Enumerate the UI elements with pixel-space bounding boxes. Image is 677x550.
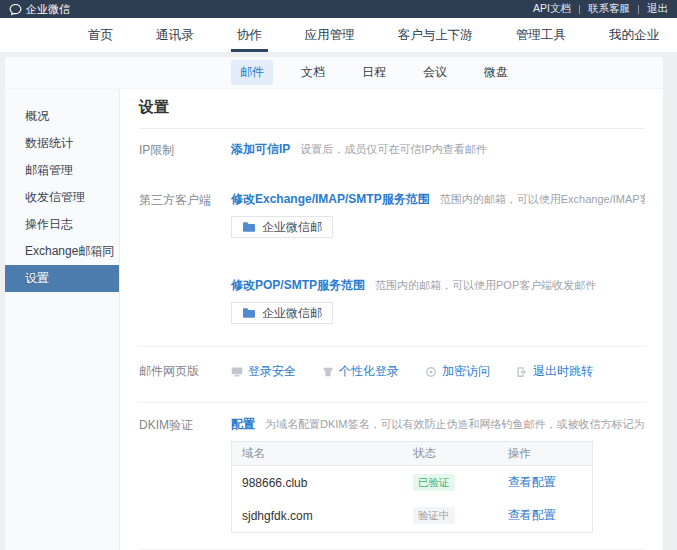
nav-item-home[interactable]: 首页 <box>88 18 113 52</box>
monitor-icon <box>231 366 243 378</box>
column-header-status: 状态 <box>403 442 498 466</box>
ip-limit-desc: 设置后，成员仅可在可信IP内查看邮件 <box>300 142 486 157</box>
column-header-action: 操作 <box>498 442 593 466</box>
nav-item-admin-tools[interactable]: 管理工具 <box>516 18 566 52</box>
enterprise-wechat-admin: 企业微信 API文档 联系客服 退出 首页 通讯录 协作 应用管理 客户与上下游… <box>0 0 677 550</box>
domain-cell: 988666.club <box>232 466 404 500</box>
sidebar-item-send-receive[interactable]: 收发信管理 <box>5 184 119 211</box>
topbar-link-api-docs[interactable]: API文档 <box>533 2 571 16</box>
sidebar-item-overview[interactable]: 概况 <box>5 103 119 130</box>
table-row: sjdhgfdk.com 验证中 查看配置 <box>232 499 593 533</box>
logout-redirect-link[interactable]: 退出时跳转 <box>516 363 593 380</box>
domain-cell: sjdhgfdk.com <box>232 499 404 533</box>
table-header-row: 域名 状态 操作 <box>232 442 593 466</box>
divider <box>139 346 645 347</box>
section-ip-limit: IP限制 添加可信IP 设置后，成员仅可在可信IP内查看邮件 <box>139 142 645 158</box>
personalized-login-link[interactable]: 个性化登录 <box>322 363 399 380</box>
main-nav: 首页 通讯录 协作 应用管理 客户与上下游 管理工具 我的企业 <box>0 18 677 52</box>
content-row: 概况 数据统计 邮箱管理 收发信管理 操作日志 Exchange邮箱同步 设置 … <box>5 89 663 550</box>
encrypted-access-label: 加密访问 <box>442 363 490 380</box>
section-third-party-clients: 第三方客户端 修改Exchange/IMAP/SMTP服务范围 范围内的邮箱，可… <box>139 192 645 324</box>
sidebar-item-operation-log[interactable]: 操作日志 <box>5 211 119 238</box>
tab-meeting[interactable]: 会议 <box>414 60 456 85</box>
exit-icon <box>516 366 528 378</box>
content-panel: 邮件 文档 日程 会议 微盘 概况 数据统计 邮箱管理 收发信管理 操作日志 E… <box>5 57 663 550</box>
mail-sidebar: 概况 数据统计 邮箱管理 收发信管理 操作日志 Exchange邮箱同步 设置 <box>5 89 120 550</box>
separator <box>638 5 639 14</box>
nav-item-app-management[interactable]: 应用管理 <box>305 18 355 52</box>
pop-scope-desc: 范围内的邮箱，可以使用POP客户端收发邮件 <box>375 278 596 293</box>
divider <box>139 128 645 129</box>
topbar-link-contact-support[interactable]: 联系客服 <box>588 2 630 16</box>
view-config-link[interactable]: 查看配置 <box>508 508 556 522</box>
sidebar-item-statistics[interactable]: 数据统计 <box>5 130 119 157</box>
dkim-domain-table: 域名 状态 操作 988666.club 已验证 查看配置 <box>231 441 593 533</box>
view-config-link[interactable]: 查看配置 <box>508 475 556 489</box>
login-security-link[interactable]: 登录安全 <box>231 363 296 380</box>
modify-pop-smtp-link[interactable]: 修改POP/SMTP服务范围 <box>231 278 365 293</box>
tshirt-icon <box>322 366 334 378</box>
page-title: 设置 <box>139 98 645 116</box>
tab-docs[interactable]: 文档 <box>292 60 334 85</box>
pop-scope-tag[interactable]: 企业微信邮 <box>231 302 333 324</box>
topbar-links: API文档 联系客服 退出 <box>533 2 668 16</box>
folder-icon <box>242 307 256 319</box>
encrypted-access-link[interactable]: 加密访问 <box>425 363 490 380</box>
separator <box>579 5 580 14</box>
exchange-scope-desc: 范围内的邮箱，可以使用Exchange/IMAP客户端收发邮件 <box>440 192 645 207</box>
collab-tabs: 邮件 文档 日程 会议 微盘 <box>5 57 663 89</box>
login-security-label: 登录安全 <box>248 363 296 380</box>
logout-redirect-label: 退出时跳转 <box>533 363 593 380</box>
table-row: 988666.club 已验证 查看配置 <box>232 466 593 500</box>
status-badge-verified: 已验证 <box>413 474 455 491</box>
scope-name: 企业微信邮 <box>262 305 322 322</box>
section-label: 邮件网页版 <box>139 363 231 379</box>
exchange-scope-tag[interactable]: 企业微信邮 <box>231 216 333 238</box>
section-label: 第三方客户端 <box>139 192 231 208</box>
status-badge-pending: 验证中 <box>413 507 455 524</box>
settings-main: 设置 IP限制 添加可信IP 设置后，成员仅可在可信IP内查看邮件 第三方客户端 <box>120 89 663 550</box>
section-label: DKIM验证 <box>139 417 231 433</box>
nav-item-my-company[interactable]: 我的企业 <box>609 18 659 52</box>
dkim-desc: 为域名配置DKIM签名，可以有效防止伪造和网络钓鱼邮件，或被收信方标记为垃圾邮件 <box>265 417 645 432</box>
personalized-login-label: 个性化登录 <box>339 363 399 380</box>
nav-item-collaboration[interactable]: 协作 <box>237 18 262 52</box>
tab-drive[interactable]: 微盘 <box>475 60 517 85</box>
sidebar-item-exchange-sync[interactable]: Exchange邮箱同步 <box>5 238 119 265</box>
column-header-domain: 域名 <box>232 442 404 466</box>
scope-name: 企业微信邮 <box>262 219 322 236</box>
sidebar-item-settings[interactable]: 设置 <box>5 265 119 292</box>
brand-name: 企业微信 <box>26 2 70 17</box>
topbar-link-logout[interactable]: 退出 <box>647 2 668 16</box>
nav-item-contacts[interactable]: 通讯录 <box>156 18 194 52</box>
section-webmail: 邮件网页版 登录安全 <box>139 363 645 380</box>
tab-calendar[interactable]: 日程 <box>353 60 395 85</box>
dkim-configure-link[interactable]: 配置 <box>231 417 255 432</box>
tab-mail[interactable]: 邮件 <box>231 60 273 85</box>
brand: 企业微信 <box>9 2 70 17</box>
divider <box>139 402 645 403</box>
sidebar-item-mailbox-management[interactable]: 邮箱管理 <box>5 157 119 184</box>
topbar: 企业微信 API文档 联系客服 退出 <box>0 0 677 18</box>
folder-icon <box>242 221 256 233</box>
modify-exchange-imap-smtp-link[interactable]: 修改Exchange/IMAP/SMTP服务范围 <box>231 192 430 207</box>
nav-item-customers[interactable]: 客户与上下游 <box>398 18 473 52</box>
add-trusted-ip-link[interactable]: 添加可信IP <box>231 142 290 157</box>
section-label: IP限制 <box>139 142 231 158</box>
chat-bubble-logo-icon <box>9 3 22 16</box>
lock-icon <box>425 366 437 378</box>
section-dkim: DKIM验证 配置 为域名配置DKIM签名，可以有效防止伪造和网络钓鱼邮件，或被… <box>139 417 645 533</box>
